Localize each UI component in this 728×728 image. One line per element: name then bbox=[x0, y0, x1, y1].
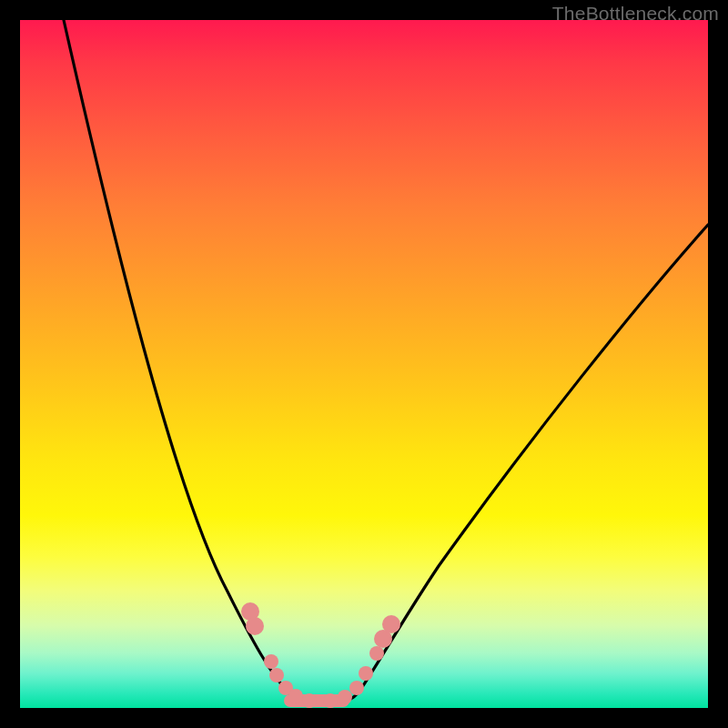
data-point bbox=[369, 646, 384, 661]
chart-svg bbox=[20, 20, 708, 708]
data-markers bbox=[241, 602, 400, 708]
data-point bbox=[323, 693, 338, 708]
data-point bbox=[382, 615, 400, 633]
data-point bbox=[288, 689, 303, 703]
watermark-text: TheBottleneck.com bbox=[552, 3, 719, 25]
data-point bbox=[338, 690, 352, 704]
data-point bbox=[269, 668, 284, 682]
data-point bbox=[264, 654, 278, 669]
data-point bbox=[246, 617, 264, 635]
data-point bbox=[302, 693, 317, 708]
data-point bbox=[349, 681, 364, 695]
data-point bbox=[359, 666, 373, 681]
left-curve bbox=[64, 20, 309, 703]
chart-plot-area bbox=[20, 20, 708, 708]
